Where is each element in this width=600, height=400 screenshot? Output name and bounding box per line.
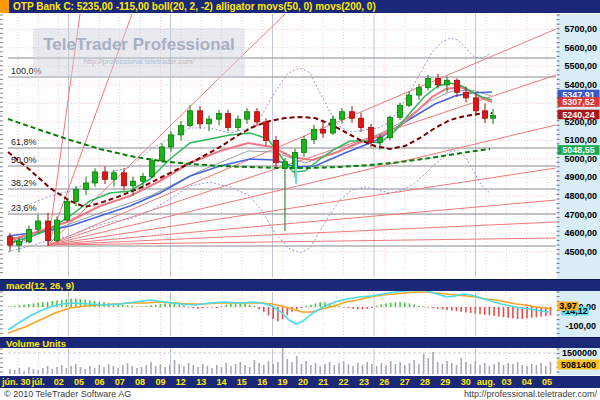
volume-bar bbox=[352, 366, 354, 374]
macd-histogram-bar bbox=[216, 307, 218, 308]
macd-histogram-bar bbox=[193, 307, 195, 308]
macd-histogram-bar bbox=[272, 307, 274, 319]
candle bbox=[474, 98, 479, 111]
volume-bar bbox=[244, 365, 246, 374]
macd-histogram-bar bbox=[512, 307, 514, 318]
macd-histogram-bar bbox=[122, 305, 124, 307]
macd-histogram-bar bbox=[131, 306, 133, 307]
volume-scale-label: 1500000 bbox=[562, 348, 597, 358]
volume-bar bbox=[240, 362, 242, 374]
volume-bar bbox=[498, 362, 500, 374]
candle bbox=[491, 115, 496, 118]
candle bbox=[122, 173, 127, 186]
candle bbox=[255, 112, 260, 122]
candle bbox=[112, 173, 117, 179]
volume-bar bbox=[503, 365, 505, 374]
volume-bar bbox=[343, 361, 345, 374]
volume-bar bbox=[183, 366, 185, 374]
candle bbox=[36, 221, 41, 229]
volume-bar bbox=[164, 367, 166, 374]
macd-histogram-bar bbox=[319, 302, 321, 307]
macd-histogram-bar bbox=[338, 306, 340, 307]
volume-bar bbox=[329, 362, 331, 374]
candle bbox=[8, 237, 13, 245]
fib-level-label: 61,8% bbox=[11, 137, 37, 147]
macd-histogram-bar bbox=[475, 307, 477, 314]
candle bbox=[46, 221, 51, 240]
volume-bar bbox=[531, 364, 533, 374]
candle bbox=[264, 122, 269, 141]
volume-bar bbox=[338, 363, 340, 374]
price-scale-label: 5600,00 bbox=[564, 43, 597, 53]
price-scale-label: 4600,00 bbox=[564, 228, 597, 238]
candle bbox=[160, 147, 165, 161]
candle bbox=[426, 78, 431, 87]
volume-bar bbox=[160, 364, 162, 374]
candle bbox=[445, 80, 450, 85]
macd-histogram-bar bbox=[442, 307, 444, 309]
volume-bar bbox=[136, 368, 138, 374]
volume-bar bbox=[42, 368, 44, 374]
macd-histogram-bar bbox=[249, 305, 251, 307]
volume-bar bbox=[19, 368, 21, 374]
volume-bar bbox=[84, 369, 86, 374]
volume-bar bbox=[310, 365, 312, 374]
macd-histogram-bar bbox=[225, 305, 227, 307]
copyright-text: © 2010 TeleTrader Software AG bbox=[4, 388, 131, 400]
macd-histogram-bar bbox=[413, 305, 415, 307]
volume-bar bbox=[207, 366, 209, 374]
volume-bar bbox=[52, 369, 54, 374]
macd-histogram-bar bbox=[244, 303, 246, 307]
fib-level-label: 23,6% bbox=[11, 203, 37, 213]
volume-bar bbox=[526, 366, 528, 374]
macd-histogram-bar bbox=[460, 307, 462, 312]
candle bbox=[55, 220, 60, 240]
fib-level-label: 38,2% bbox=[11, 178, 37, 188]
volume-bar bbox=[131, 366, 133, 374]
volume-panel-header[interactable]: Volume Units bbox=[0, 337, 600, 348]
macd-histogram-bar bbox=[348, 307, 350, 308]
macd-histogram-bar bbox=[221, 306, 223, 307]
volume-bar bbox=[61, 365, 63, 374]
macd-histogram-bar bbox=[19, 305, 21, 307]
candle bbox=[350, 112, 355, 118]
volume-bar bbox=[446, 361, 448, 374]
volume-bar bbox=[33, 369, 35, 374]
volume-bar bbox=[479, 365, 481, 374]
macd-histogram-bar bbox=[9, 306, 11, 307]
volume-bar bbox=[230, 366, 232, 374]
volume-bar bbox=[117, 368, 119, 374]
macd-histogram-bar bbox=[399, 302, 401, 307]
macd-histogram-bar bbox=[183, 305, 185, 307]
volume-bar bbox=[188, 363, 190, 374]
volume-bar bbox=[28, 367, 30, 374]
symbol-title: OTP Bank C: 5235,00 -115,00 boll(20, 2, … bbox=[13, 1, 376, 12]
volume-bar bbox=[235, 364, 237, 374]
volume-bar bbox=[404, 365, 406, 374]
macd-scale-label: -100,00 bbox=[565, 321, 596, 331]
volume-bar bbox=[465, 362, 467, 374]
date-axis[interactable]: jún. 30júl.02050607080912131415161920212… bbox=[0, 376, 600, 388]
chart-window: 100,0%61,8%50,0%38,2%23,6%0,0%5700,00560… bbox=[0, 0, 600, 400]
candle bbox=[150, 161, 155, 177]
candle bbox=[65, 202, 70, 221]
candle bbox=[331, 119, 336, 133]
candle bbox=[179, 126, 184, 135]
volume-bar bbox=[23, 371, 25, 374]
ma-50-pink bbox=[8, 87, 492, 241]
macd-histogram-bar bbox=[202, 307, 204, 308]
volume-bar bbox=[291, 362, 293, 374]
volume-bar bbox=[418, 364, 420, 374]
volume-bar bbox=[385, 365, 387, 374]
volume-bar bbox=[225, 363, 227, 374]
title-bar: OTP Bank C: 5235,00 -115,00 boll(20, 2, … bbox=[0, 0, 600, 13]
candle bbox=[131, 181, 136, 186]
volume-bar bbox=[484, 363, 486, 374]
volume-bar bbox=[202, 364, 204, 374]
volume-bar bbox=[409, 363, 411, 374]
macd-histogram-bar bbox=[536, 307, 538, 317]
candle bbox=[226, 114, 231, 128]
macd-histogram-bar bbox=[493, 307, 495, 316]
macd-panel-header[interactable]: macd(12, 26, 9) bbox=[0, 279, 600, 291]
volume-bar bbox=[14, 370, 16, 374]
